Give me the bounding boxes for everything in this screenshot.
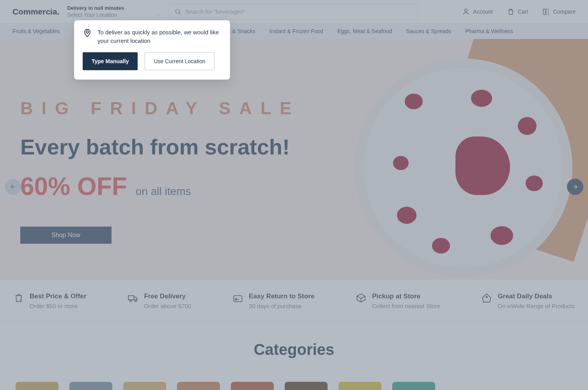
popover-message: To deliver as quickly as possible, we wo… bbox=[97, 28, 221, 45]
svg-point-12 bbox=[86, 31, 89, 33]
location-pin-icon bbox=[83, 28, 92, 37]
location-popover: To deliver as quickly as possible, we wo… bbox=[74, 20, 230, 80]
type-manually-button[interactable]: Type Manually bbox=[83, 52, 138, 70]
use-current-location-button[interactable]: Use Current Location bbox=[145, 52, 214, 70]
